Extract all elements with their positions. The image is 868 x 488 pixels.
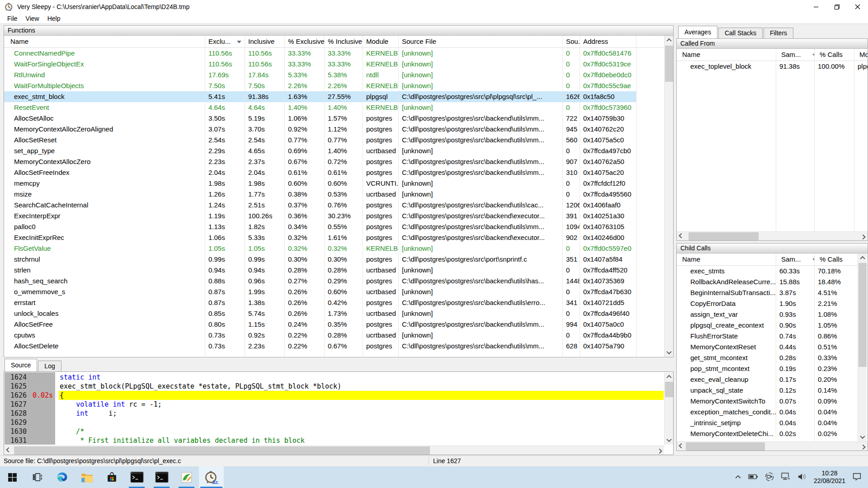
- network-icon[interactable]: [781, 472, 791, 482]
- scroll-left-arrow[interactable]: [4, 446, 13, 455]
- scrollbar-thumb[interactable]: [689, 232, 759, 240]
- child-calls-vertical-scrollbar[interactable]: [858, 253, 867, 441]
- child-call-row[interactable]: get_stmt_mcontext0.28s0.33%: [677, 352, 868, 363]
- child-call-row[interactable]: exec_eval_cleanup0.17s0.20%: [677, 374, 868, 385]
- function-row[interactable]: o_wmemmove_s0.87s1.99s0.26%0.60%ucrtbase…: [4, 286, 664, 297]
- restore-button[interactable]: [826, 0, 847, 14]
- child-calls-horizontal-scrollbar[interactable]: [677, 441, 868, 450]
- close-button[interactable]: [847, 0, 868, 14]
- battery-icon[interactable]: [748, 473, 758, 482]
- source-line[interactable]: 1631 * First initialize all variables de…: [5, 436, 664, 445]
- function-row[interactable]: RtlUnwind17.69s17.84s5.33%5.38%ntdll[unk…: [4, 70, 664, 80]
- child-call-row[interactable]: MemoryContextDeleteChi...0.02s0.02%: [677, 428, 868, 439]
- child-call-row[interactable]: RollbackAndReleaseCurre...15.88s18.48%: [677, 277, 868, 287]
- scroll-up-arrow[interactable]: [665, 36, 674, 45]
- col-header[interactable]: Name: [677, 253, 776, 265]
- col-header[interactable]: % Calls: [814, 253, 857, 265]
- very-sleepy-button[interactable]: Zzz: [199, 466, 224, 488]
- child-call-row[interactable]: MemoryContextSwitchTo0.07s0.09%: [677, 396, 868, 407]
- functions-col-header[interactable]: % Inclusive: [324, 36, 363, 47]
- function-row[interactable]: strlen0.94s0.94s0.28%0.28%ucrtbased[unkn…: [4, 265, 664, 276]
- child-call-row[interactable]: plpgsql_create_econtext0.90s1.05%: [677, 320, 868, 331]
- child-call-row[interactable]: assign_text_var0.93s1.08%: [677, 309, 868, 320]
- col-header[interactable]: % Calls: [814, 49, 854, 61]
- speaker-icon[interactable]: [797, 473, 807, 482]
- child-call-row[interactable]: exec_stmts60.33s70.18%: [677, 266, 868, 277]
- function-row[interactable]: SearchCatCacheInternal1.24s2.51s0.37%0.7…: [4, 200, 664, 211]
- functions-col-header[interactable]: % Exclusive: [284, 36, 324, 47]
- functions-col-header[interactable]: Source File: [398, 36, 562, 47]
- functions-col-header[interactable]: Module: [363, 36, 398, 47]
- functions-col-header[interactable]: Name: [4, 36, 205, 47]
- child-call-row[interactable]: CopyErrorData1.90s2.21%: [677, 298, 868, 309]
- child-call-row[interactable]: pop_stmt_mcontext0.19s0.23%: [677, 363, 868, 374]
- scroll-left-arrow[interactable]: [677, 442, 686, 451]
- tab-source[interactable]: Source: [5, 359, 37, 371]
- menu-view[interactable]: View: [22, 14, 43, 23]
- col-header[interactable]: Module: [854, 49, 868, 61]
- function-row[interactable]: set_app_type2.29s4.65s0.69%1.40%ucrtbase…: [4, 145, 664, 156]
- tab-averages[interactable]: Averages: [678, 26, 717, 38]
- scrollbar-thumb[interactable]: [665, 382, 673, 397]
- source-horizontal-scrollbar[interactable]: [4, 446, 664, 455]
- function-row[interactable]: AllocSetReset2.54s2.54s0.77%0.77%postgre…: [4, 135, 664, 145]
- terminal-window-button[interactable]: [124, 466, 149, 488]
- source-line[interactable]: 1629: [5, 418, 664, 427]
- function-row[interactable]: WaitForMultipleObjects7.50s7.50s2.26%2.2…: [4, 80, 664, 91]
- scroll-down-arrow[interactable]: [665, 436, 674, 445]
- taskbar-clock[interactable]: 10:28 22/08/2021: [814, 469, 845, 485]
- child-call-row[interactable]: unpack_sql_state0.12s0.14%: [677, 385, 868, 396]
- scrollbar-thumb[interactable]: [665, 46, 673, 82]
- task-view-button[interactable]: [25, 466, 50, 488]
- function-row[interactable]: AllocSetFreeIndex2.04s2.04s0.61%0.61%pos…: [4, 167, 664, 178]
- function-row[interactable]: MemoryContextAllocZero2.23s2.37s0.67%0.7…: [4, 156, 664, 167]
- function-row[interactable]: AllocSetDelete0.73s2.23s0.22%0.67%postgr…: [4, 341, 664, 352]
- function-row[interactable]: ResetEvent4.64s4.64s1.40%1.40%KERNELB...…: [4, 102, 664, 113]
- function-row[interactable]: palloc01.13s1.82s0.34%0.55%postgresC:\dl…: [4, 221, 664, 232]
- show-hidden-icons-chevron[interactable]: [735, 474, 741, 481]
- scroll-left-arrow[interactable]: [677, 232, 686, 241]
- function-row[interactable]: AllocSetAlloc3.50s5.19s1.06%1.57%postgre…: [4, 113, 664, 124]
- col-header[interactable]: Sam...: [776, 49, 814, 61]
- scrollbar-thumb[interactable]: [14, 446, 430, 455]
- function-row[interactable]: FlsGetValue1.05s1.05s0.32%0.32%KERNELB..…: [4, 243, 664, 254]
- scrollbar-thumb[interactable]: [859, 263, 867, 367]
- functions-col-header[interactable]: Sou...: [562, 36, 580, 47]
- child-call-row[interactable]: MemoryContextReset0.44s0.51%: [677, 342, 868, 352]
- function-row[interactable]: memcpy1.98s1.98s0.60%0.60%VCRUNTI...[unk…: [4, 178, 664, 189]
- scroll-down-arrow[interactable]: [858, 432, 867, 441]
- greenshot-button[interactable]: [174, 466, 199, 488]
- child-call-row[interactable]: FlushErrorState0.74s0.86%: [677, 331, 868, 342]
- col-header[interactable]: Sam...: [776, 253, 814, 265]
- child-call-row[interactable]: exception_matches_condit...0.04s0.04%: [677, 407, 868, 418]
- scrollbar-thumb[interactable]: [686, 442, 765, 450]
- source-line[interactable]: 1625exec_stmt_block(PLpgSQL_execstate *e…: [5, 382, 664, 391]
- meet-now-camera-icon[interactable]: [765, 472, 774, 483]
- source-line[interactable]: 1628 int i;: [5, 409, 664, 418]
- scroll-right-arrow[interactable]: [859, 442, 868, 451]
- col-header[interactable]: Name: [677, 49, 776, 61]
- source-line[interactable]: 1630 /*: [5, 427, 664, 436]
- source-line[interactable]: 1627 volatile int rc = -1;: [5, 400, 664, 409]
- function-row[interactable]: ConnectNamedPipe110.56s110.56s33.33%33.3…: [4, 48, 664, 59]
- called-from-row[interactable]: exec_toplevel_block91.38s100.00%plpgsql: [677, 61, 868, 72]
- scroll-right-arrow[interactable]: [859, 232, 868, 241]
- function-row[interactable]: WaitForSingleObjectEx110.56s110.56s33.33…: [4, 59, 664, 70]
- function-row[interactable]: errstart0.87s1.38s0.26%0.42%postgresC:\d…: [4, 297, 664, 308]
- microsoft-store-button[interactable]: [99, 466, 124, 488]
- function-row[interactable]: unlock_locales0.85s5.74s0.26%1.73%ucrtba…: [4, 308, 664, 319]
- scroll-up-arrow[interactable]: [858, 253, 867, 263]
- scroll-down-arrow[interactable]: [665, 348, 674, 357]
- function-row[interactable]: cputws0.73s0.92s0.22%0.28%ucrtbased[unkn…: [4, 330, 664, 341]
- child-call-row[interactable]: BeginInternalSubTransacti...3.87s4.51%: [677, 287, 868, 298]
- child-call-row[interactable]: _intrinsic_setjmp0.04s0.04%: [677, 418, 868, 428]
- source-vertical-scrollbar[interactable]: [664, 372, 673, 445]
- menu-file[interactable]: File: [3, 14, 22, 23]
- tab-call-stacks[interactable]: Call Stacks: [718, 28, 763, 38]
- file-explorer-button[interactable]: [75, 466, 99, 488]
- scroll-up-arrow[interactable]: [665, 372, 674, 381]
- tab-filters[interactable]: Filters: [764, 28, 793, 38]
- menu-help[interactable]: Help: [43, 14, 65, 23]
- function-row[interactable]: hash_seq_search0.88s0.96s0.27%0.29%postg…: [4, 276, 664, 286]
- functions-col-header[interactable]: Exclu...: [205, 36, 245, 47]
